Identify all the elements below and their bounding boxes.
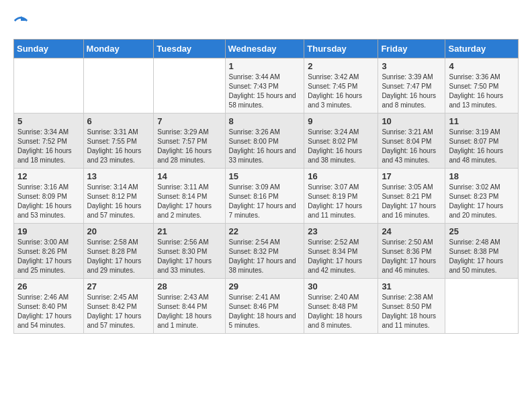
day-number: 23	[308, 226, 374, 236]
day-info: Sunrise: 2:58 AMSunset: 8:28 PMDaylight:…	[87, 238, 142, 274]
calendar-cell: 11Sunrise: 3:19 AMSunset: 8:07 PMDayligh…	[445, 113, 519, 169]
day-number: 12	[17, 171, 80, 181]
day-info: Sunrise: 3:42 AMSunset: 7:45 PMDaylight:…	[308, 73, 362, 109]
day-number: 13	[87, 171, 150, 181]
calendar-cell: 20Sunrise: 2:58 AMSunset: 8:28 PMDayligh…	[83, 224, 154, 279]
calendar-cell: 24Sunrise: 2:50 AMSunset: 8:36 PMDayligh…	[378, 224, 445, 279]
weekday-header-thursday: Thursday	[304, 40, 378, 58]
day-info: Sunrise: 2:45 AMSunset: 8:42 PMDaylight:…	[87, 293, 142, 329]
day-number: 20	[87, 226, 150, 236]
day-info: Sunrise: 3:24 AMSunset: 8:02 PMDaylight:…	[308, 128, 362, 164]
day-number: 18	[449, 171, 515, 181]
logo	[13, 13, 31, 28]
calendar-cell: 18Sunrise: 3:02 AMSunset: 8:23 PMDayligh…	[445, 169, 519, 224]
calendar-cell: 27Sunrise: 2:45 AMSunset: 8:42 PMDayligh…	[83, 279, 154, 334]
calendar-cell	[83, 58, 154, 113]
day-info: Sunrise: 3:36 AMSunset: 7:50 PMDaylight:…	[449, 73, 503, 109]
day-number: 17	[382, 171, 441, 181]
calendar-cell: 29Sunrise: 2:41 AMSunset: 8:46 PMDayligh…	[225, 279, 304, 334]
day-info: Sunrise: 3:21 AMSunset: 8:04 PMDaylight:…	[382, 128, 436, 164]
day-info: Sunrise: 2:46 AMSunset: 8:40 PMDaylight:…	[17, 293, 72, 329]
day-number: 30	[308, 281, 374, 291]
calendar-cell: 14Sunrise: 3:11 AMSunset: 8:14 PMDayligh…	[154, 169, 225, 224]
calendar-cell: 21Sunrise: 2:56 AMSunset: 8:30 PMDayligh…	[154, 224, 225, 279]
day-info: Sunrise: 2:40 AMSunset: 8:48 PMDaylight:…	[308, 293, 362, 329]
day-number: 5	[17, 116, 80, 126]
day-number: 2	[308, 61, 374, 71]
calendar-cell: 7Sunrise: 3:29 AMSunset: 7:57 PMDaylight…	[154, 113, 225, 169]
day-number: 7	[157, 116, 221, 126]
day-info: Sunrise: 2:56 AMSunset: 8:30 PMDaylight:…	[157, 238, 212, 274]
day-info: Sunrise: 3:09 AMSunset: 8:16 PMDaylight:…	[229, 183, 296, 219]
calendar-week-row: 12Sunrise: 3:16 AMSunset: 8:09 PMDayligh…	[14, 169, 519, 224]
day-info: Sunrise: 3:26 AMSunset: 8:00 PMDaylight:…	[229, 128, 296, 164]
calendar-cell: 26Sunrise: 2:46 AMSunset: 8:40 PMDayligh…	[14, 279, 84, 334]
calendar-cell: 10Sunrise: 3:21 AMSunset: 8:04 PMDayligh…	[378, 113, 445, 169]
calendar-cell: 4Sunrise: 3:36 AMSunset: 7:50 PMDaylight…	[445, 58, 519, 113]
calendar-week-row: 5Sunrise: 3:34 AMSunset: 7:52 PMDaylight…	[14, 113, 519, 169]
calendar-cell: 8Sunrise: 3:26 AMSunset: 8:00 PMDaylight…	[225, 113, 304, 169]
day-info: Sunrise: 3:02 AMSunset: 8:23 PMDaylight:…	[449, 183, 503, 219]
calendar-cell: 30Sunrise: 2:40 AMSunset: 8:48 PMDayligh…	[304, 279, 378, 334]
day-number: 15	[229, 171, 301, 181]
day-number: 9	[308, 116, 374, 126]
day-info: Sunrise: 2:54 AMSunset: 8:32 PMDaylight:…	[229, 238, 296, 274]
day-info: Sunrise: 2:50 AMSunset: 8:36 PMDaylight:…	[382, 238, 436, 274]
day-number: 31	[382, 281, 441, 291]
day-info: Sunrise: 3:44 AMSunset: 7:43 PMDaylight:…	[229, 73, 296, 109]
calendar-cell: 23Sunrise: 2:52 AMSunset: 8:34 PMDayligh…	[304, 224, 378, 279]
calendar-cell: 6Sunrise: 3:31 AMSunset: 7:55 PMDaylight…	[83, 113, 154, 169]
day-info: Sunrise: 3:05 AMSunset: 8:21 PMDaylight:…	[382, 183, 436, 219]
calendar-cell: 15Sunrise: 3:09 AMSunset: 8:16 PMDayligh…	[225, 169, 304, 224]
calendar-cell: 25Sunrise: 2:48 AMSunset: 8:38 PMDayligh…	[445, 224, 519, 279]
day-info: Sunrise: 3:14 AMSunset: 8:12 PMDaylight:…	[87, 183, 142, 219]
calendar-week-row: 19Sunrise: 3:00 AMSunset: 8:26 PMDayligh…	[14, 224, 519, 279]
calendar-cell: 31Sunrise: 2:38 AMSunset: 8:50 PMDayligh…	[378, 279, 445, 334]
calendar-cell: 2Sunrise: 3:42 AMSunset: 7:45 PMDaylight…	[304, 58, 378, 113]
day-info: Sunrise: 3:34 AMSunset: 7:52 PMDaylight:…	[17, 128, 72, 164]
day-number: 6	[87, 116, 150, 126]
logo-icon	[13, 13, 28, 28]
weekday-header-row: SundayMondayTuesdayWednesdayThursdayFrid…	[14, 40, 519, 58]
day-number: 21	[157, 226, 221, 236]
day-info: Sunrise: 3:07 AMSunset: 8:19 PMDaylight:…	[308, 183, 362, 219]
day-info: Sunrise: 2:43 AMSunset: 8:44 PMDaylight:…	[157, 293, 212, 329]
day-number: 14	[157, 171, 221, 181]
day-number: 25	[449, 226, 515, 236]
calendar-cell: 16Sunrise: 3:07 AMSunset: 8:19 PMDayligh…	[304, 169, 378, 224]
calendar-cell: 13Sunrise: 3:14 AMSunset: 8:12 PMDayligh…	[83, 169, 154, 224]
weekday-header-saturday: Saturday	[445, 40, 519, 58]
day-info: Sunrise: 3:19 AMSunset: 8:07 PMDaylight:…	[449, 128, 503, 164]
day-number: 22	[229, 226, 301, 236]
calendar-cell: 1Sunrise: 3:44 AMSunset: 7:43 PMDaylight…	[225, 58, 304, 113]
page-header	[13, 13, 519, 28]
calendar-week-row: 1Sunrise: 3:44 AMSunset: 7:43 PMDaylight…	[14, 58, 519, 113]
day-info: Sunrise: 2:38 AMSunset: 8:50 PMDaylight:…	[382, 293, 436, 329]
day-number: 1	[229, 61, 301, 71]
day-info: Sunrise: 3:00 AMSunset: 8:26 PMDaylight:…	[17, 238, 72, 274]
day-info: Sunrise: 2:52 AMSunset: 8:34 PMDaylight:…	[308, 238, 362, 274]
calendar-header: SundayMondayTuesdayWednesdayThursdayFrid…	[14, 40, 519, 58]
day-number: 24	[382, 226, 441, 236]
calendar-cell: 19Sunrise: 3:00 AMSunset: 8:26 PMDayligh…	[14, 224, 84, 279]
calendar-cell: 22Sunrise: 2:54 AMSunset: 8:32 PMDayligh…	[225, 224, 304, 279]
day-number: 29	[229, 281, 301, 291]
day-info: Sunrise: 2:41 AMSunset: 8:46 PMDaylight:…	[229, 293, 296, 329]
day-number: 26	[17, 281, 80, 291]
day-info: Sunrise: 3:11 AMSunset: 8:14 PMDaylight:…	[157, 183, 212, 219]
calendar-cell: 17Sunrise: 3:05 AMSunset: 8:21 PMDayligh…	[378, 169, 445, 224]
day-number: 19	[17, 226, 80, 236]
day-info: Sunrise: 3:16 AMSunset: 8:09 PMDaylight:…	[17, 183, 72, 219]
calendar-cell: 5Sunrise: 3:34 AMSunset: 7:52 PMDaylight…	[14, 113, 84, 169]
calendar-cell	[14, 58, 84, 113]
calendar-body: 1Sunrise: 3:44 AMSunset: 7:43 PMDaylight…	[14, 58, 519, 334]
calendar-cell	[154, 58, 225, 113]
weekday-header-sunday: Sunday	[14, 40, 84, 58]
day-number: 28	[157, 281, 221, 291]
weekday-header-friday: Friday	[378, 40, 445, 58]
calendar-cell: 12Sunrise: 3:16 AMSunset: 8:09 PMDayligh…	[14, 169, 84, 224]
calendar-cell: 3Sunrise: 3:39 AMSunset: 7:47 PMDaylight…	[378, 58, 445, 113]
day-info: Sunrise: 3:31 AMSunset: 7:55 PMDaylight:…	[87, 128, 142, 164]
day-number: 16	[308, 171, 374, 181]
calendar-week-row: 26Sunrise: 2:46 AMSunset: 8:40 PMDayligh…	[14, 279, 519, 334]
